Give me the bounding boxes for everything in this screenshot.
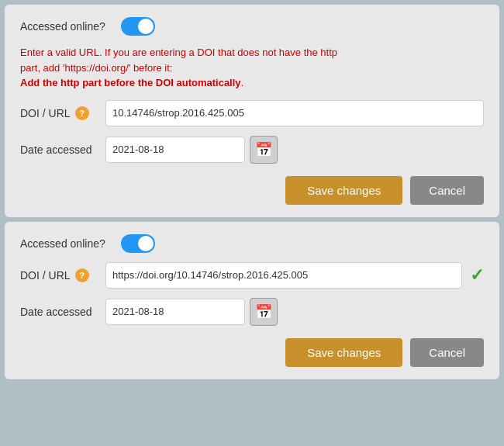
date-input-wrap-1: 📅 xyxy=(105,136,484,164)
doi-input-2[interactable] xyxy=(105,262,462,289)
doi-row-1: DOI / URL ? xyxy=(20,100,484,126)
doi-row-2: DOI / URL ? ✓ xyxy=(20,262,484,289)
date-label-1: Date accessed xyxy=(20,143,98,156)
accessed-online-label-1: Accessed online? xyxy=(20,20,113,33)
error-link[interactable]: Add the http part before the DOI automat… xyxy=(20,77,241,88)
date-label-2: Date accessed xyxy=(20,306,98,318)
save-button-2[interactable]: Save changes xyxy=(285,338,402,367)
accessed-online-toggle-2[interactable] xyxy=(121,234,155,253)
calendar-button-1[interactable]: 📅 xyxy=(250,136,278,164)
date-input-wrap-2: 📅 xyxy=(105,298,484,326)
cancel-button-1[interactable]: Cancel xyxy=(410,176,484,205)
btn-row-2: Save changes Cancel xyxy=(20,338,484,367)
doi-label-2: DOI / URL ? xyxy=(20,268,98,282)
btn-row-1: Save changes Cancel xyxy=(20,176,484,205)
valid-checkmark-icon: ✓ xyxy=(470,265,484,285)
accessed-online-label-2: Accessed online? xyxy=(20,237,113,250)
card-1: Accessed online? Enter a valid URL. If y… xyxy=(5,5,499,217)
date-row-2: Date accessed 📅 xyxy=(20,298,484,326)
calendar-button-2[interactable]: 📅 xyxy=(250,298,278,326)
date-input-2[interactable] xyxy=(105,299,245,325)
accessed-online-row-1: Accessed online? xyxy=(20,17,484,36)
error-message: Enter a valid URL. If you are entering a… xyxy=(20,45,484,91)
card-2: Accessed online? DOI / URL ? ✓ Date acce… xyxy=(5,222,499,379)
error-line2: part, add 'https://doi.org/' before it: xyxy=(20,62,172,74)
doi-label-1: DOI / URL ? xyxy=(20,106,98,120)
cancel-button-2[interactable]: Cancel xyxy=(410,338,484,367)
doi-help-icon-1[interactable]: ? xyxy=(75,106,89,120)
doi-help-icon-2[interactable]: ? xyxy=(75,268,89,282)
date-input-1[interactable] xyxy=(105,137,245,163)
error-line1: Enter a valid URL. If you are entering a… xyxy=(20,47,337,58)
doi-input-1[interactable] xyxy=(105,100,484,126)
date-row-1: Date accessed 📅 xyxy=(20,136,484,164)
error-period: . xyxy=(241,77,244,88)
accessed-online-toggle-1[interactable] xyxy=(121,17,155,36)
accessed-online-row-2: Accessed online? xyxy=(20,234,484,253)
save-button-1[interactable]: Save changes xyxy=(285,176,402,205)
